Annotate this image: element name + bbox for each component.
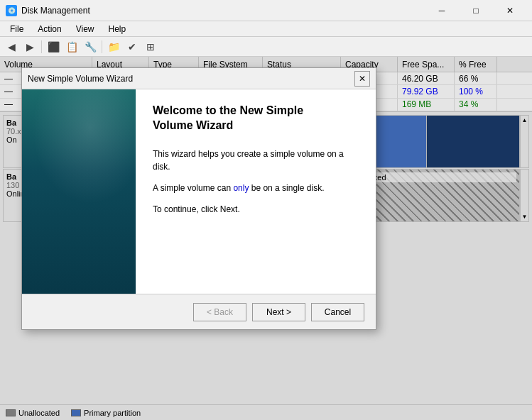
- wizard-dialog: New Simple Volume Wizard ✕ Welcome to th…: [21, 67, 376, 330]
- main-content: Volume Layout Type File System Status Ca…: [0, 57, 532, 420]
- menu-action[interactable]: Action: [31, 21, 68, 37]
- toolbar-grid-button[interactable]: ⊞: [142, 39, 159, 55]
- toolbar-settings-button[interactable]: 🔧: [82, 39, 99, 55]
- wizard-only-word: only: [233, 183, 249, 193]
- wizard-para-1: This wizard helps you create a simple vo…: [153, 148, 359, 173]
- toolbar-separator-2: [102, 40, 102, 53]
- wizard-para-3: To continue, click Next.: [153, 203, 359, 216]
- wizard-sidebar: [22, 89, 136, 294]
- window-controls: ─ □ ✕: [425, 0, 526, 21]
- app-icon: 💿: [6, 5, 17, 16]
- wizard-title-bar: New Simple Volume Wizard ✕: [22, 68, 376, 89]
- wizard-next-button[interactable]: Next >: [252, 303, 305, 321]
- wizard-back-button[interactable]: < Back: [193, 303, 246, 321]
- toolbar-properties-button[interactable]: 📋: [63, 39, 80, 55]
- close-button[interactable]: ✕: [494, 0, 526, 21]
- wizard-footer: < Back Next > Cancel: [22, 294, 376, 329]
- wizard-sidebar-gradient: [22, 89, 136, 217]
- toolbar-folder-button[interactable]: 📁: [105, 39, 122, 55]
- menu-file[interactable]: File: [3, 21, 31, 37]
- toolbar-separator-1: [41, 40, 42, 53]
- app-title: Disk Management: [21, 6, 425, 16]
- toolbar: ◀ ▶ ⬛ 📋 🔧 📁 ✔ ⊞: [0, 37, 532, 57]
- wizard-title-text: New Simple Volume Wizard: [28, 74, 354, 84]
- wizard-content: Welcome to the New SimpleVolume Wizard T…: [136, 89, 376, 294]
- menu-view[interactable]: View: [69, 21, 102, 37]
- wizard-heading: Welcome to the New SimpleVolume Wizard: [153, 104, 359, 133]
- wizard-para-2: A simple volume can only be on a single …: [153, 182, 359, 194]
- menu-bar: File Action View Help: [0, 21, 532, 37]
- toolbar-disk-button[interactable]: ⬛: [45, 39, 62, 55]
- menu-help[interactable]: Help: [102, 21, 134, 37]
- wizard-body: Welcome to the New SimpleVolume Wizard T…: [22, 89, 376, 294]
- wizard-close-button[interactable]: ✕: [354, 71, 370, 87]
- modal-overlay: New Simple Volume Wizard ✕ Welcome to th…: [0, 57, 532, 420]
- toolbar-check-button[interactable]: ✔: [124, 39, 141, 55]
- maximize-button[interactable]: □: [460, 0, 492, 21]
- toolbar-forward-button[interactable]: ▶: [21, 39, 38, 55]
- minimize-button[interactable]: ─: [425, 0, 458, 21]
- toolbar-back-button[interactable]: ◀: [3, 39, 20, 55]
- title-bar: 💿 Disk Management ─ □ ✕: [0, 0, 532, 21]
- wizard-cancel-button[interactable]: Cancel: [311, 303, 364, 321]
